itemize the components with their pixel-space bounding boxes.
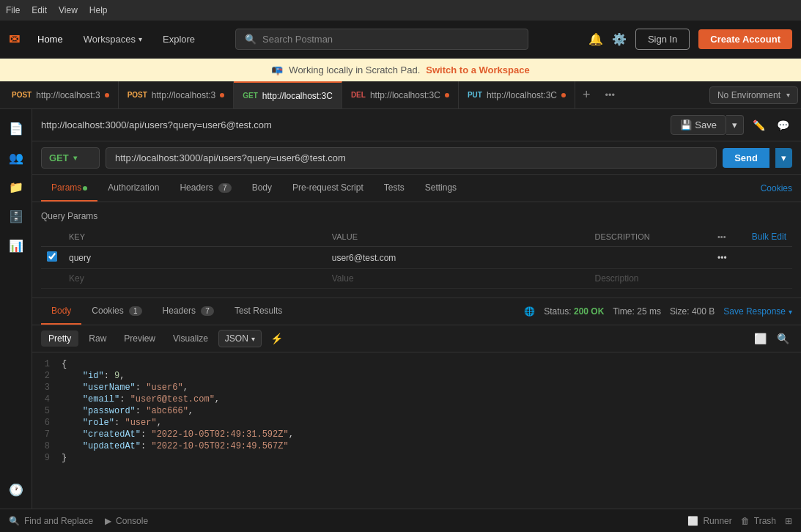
tab-tests[interactable]: Tests (374, 175, 415, 202)
resp-tab-headers[interactable]: Headers 7 (152, 298, 224, 325)
desc-placeholder: Description (595, 273, 639, 284)
format-raw[interactable]: Raw (81, 330, 114, 347)
tab-1[interactable]: POST http://localhost:3 (119, 81, 235, 109)
format-pretty[interactable]: Pretty (41, 330, 78, 347)
tabs-bar: POST http://localhost:3 POST http://loca… (0, 81, 801, 109)
find-replace-icon: 🔍 (9, 516, 20, 526)
resp-tab-cookies[interactable]: Cookies 1 (81, 298, 152, 325)
json-line-7: 7 "createdAt": "2022-10-05T02:49:31.592Z… (32, 429, 801, 440)
sidebar-icon-storage[interactable]: 🗄️ (3, 203, 29, 229)
value-placeholder: Value (332, 273, 354, 284)
find-replace-label: Find and Replace (24, 516, 93, 526)
format-type-selector[interactable]: JSON ▾ (218, 330, 262, 347)
nav-home[interactable]: Home (32, 29, 69, 49)
new-tab-button[interactable]: + (575, 87, 598, 103)
menu-view[interactable]: View (59, 5, 78, 15)
sidebar-icon-chart[interactable]: 📊 (3, 232, 29, 259)
param-row-empty: Key Value Description (41, 269, 792, 289)
param-checkbox-0[interactable] (47, 251, 57, 262)
banner-link[interactable]: Switch to a Workspace (426, 64, 529, 75)
menu-file[interactable]: File (6, 5, 20, 15)
filter-icon[interactable]: ⚡ (267, 330, 286, 347)
tab-authorization[interactable]: Authorization (97, 175, 169, 202)
menu-help[interactable]: Help (89, 5, 108, 15)
create-account-button[interactable]: Create Account (698, 29, 792, 49)
nav-workspaces[interactable]: Workspaces ▾ (78, 29, 148, 49)
send-button[interactable]: Send (723, 148, 769, 168)
tab-3[interactable]: DEL http://localhost:3C (342, 81, 459, 109)
tab-body[interactable]: Body (242, 175, 282, 202)
params-dot (83, 186, 87, 191)
tab-method-del-3: DEL (351, 91, 366, 99)
bulk-edit-button[interactable]: Bulk Edit (752, 232, 786, 242)
save-response-button[interactable]: Save Response ▾ (723, 306, 792, 317)
method-selector[interactable]: GET ▾ (41, 147, 100, 169)
param-key-0[interactable]: query (63, 247, 326, 269)
layout-button[interactable]: ⊞ (785, 516, 792, 526)
key-placeholder: Key (69, 273, 84, 284)
env-label: No Environment (717, 90, 780, 100)
query-params-title: Query Params (41, 211, 792, 221)
tab-headers[interactable]: Headers 7 (169, 175, 241, 202)
cookies-link[interactable]: Cookies (761, 183, 792, 193)
comment-icon[interactable]: 💬 (774, 117, 792, 134)
notification-icon[interactable]: 🔔 (588, 32, 603, 46)
save-button[interactable]: 💾 Save (671, 115, 726, 135)
nav-explore[interactable]: Explore (157, 29, 201, 49)
copy-icon[interactable]: ⬜ (751, 330, 769, 347)
find-replace-button[interactable]: 🔍 Find and Replace (9, 516, 93, 526)
gear-icon[interactable]: ⚙️ (612, 32, 627, 46)
status-label: Status: 200 OK (544, 306, 604, 317)
params-area: Query Params KEY VALUE DESCRIPTION ••• B… (32, 202, 801, 298)
resp-tab-body[interactable]: Body (41, 298, 81, 325)
sidebar-icon-people[interactable]: 👥 (3, 144, 29, 171)
send-dropdown-button[interactable]: ▾ (775, 148, 792, 168)
save-dropdown-button[interactable]: ▾ (726, 115, 744, 135)
environment-selector[interactable]: No Environment ▾ (709, 86, 798, 104)
more-tabs-button[interactable]: ••• (598, 89, 623, 100)
param-more-0[interactable]: ••• (712, 247, 734, 269)
search-icon[interactable]: 🔍 (774, 330, 792, 347)
resp-tab-test-results[interactable]: Test Results (224, 298, 292, 325)
tab-url-1: http://localhost:3 (152, 90, 215, 100)
sidebar-icon-history[interactable]: 🕐 (3, 476, 29, 503)
param-desc-0[interactable] (589, 247, 712, 269)
globe-icon: 🌐 (524, 306, 535, 317)
format-preview[interactable]: Preview (117, 330, 163, 347)
time-label: Time: 25 ms (613, 306, 661, 317)
trash-button[interactable]: 🗑 Trash (741, 516, 776, 526)
search-bar[interactable]: 🔍 Search Postman (235, 29, 528, 50)
tab-method-post-1: POST (128, 91, 147, 99)
request-tabs: Params Authorization Headers 7 Body Pre-… (32, 175, 801, 202)
sidebar-icon-collections[interactable]: 📁 (3, 174, 29, 200)
chevron-down-icon: ▾ (139, 35, 142, 43)
param-value-0[interactable]: user6@test.com (326, 247, 589, 269)
edit-icon[interactable]: ✏️ (750, 117, 768, 134)
response-tabs: Body Cookies 1 Headers 7 Test Results 🌐 … (32, 298, 801, 325)
chevron-down-icon: ▾ (73, 154, 77, 162)
tab-params[interactable]: Params (41, 175, 97, 202)
tab-pre-request[interactable]: Pre-request Script (282, 175, 374, 202)
runner-label: Runner (703, 516, 731, 526)
tab-2[interactable]: GET http://localhost:3C (234, 81, 342, 109)
tab-url-2: http://localhost:3C (262, 91, 333, 101)
json-line-4: 4 "email": "user6@test.com", (32, 394, 801, 405)
format-visualize[interactable]: Visualize (166, 330, 215, 347)
format-icons: ⬜ 🔍 (751, 330, 792, 347)
params-table: KEY VALUE DESCRIPTION ••• Bulk Edit quer… (41, 227, 792, 289)
tab-settings[interactable]: Settings (415, 175, 467, 202)
request-title: http://localhost:3000/api/users?query=us… (41, 119, 665, 130)
console-button[interactable]: ▶ Console (105, 516, 148, 526)
json-line-3: 3 "userName": "user6", (32, 382, 801, 394)
sidebar-icon-files[interactable]: 📄 (3, 115, 29, 141)
menu-edit[interactable]: Edit (32, 5, 47, 15)
tab-0[interactable]: POST http://localhost:3 (3, 81, 119, 109)
url-input[interactable] (106, 147, 717, 169)
logo: ✉ (9, 32, 20, 48)
status-ok: 200 OK (574, 306, 604, 317)
tab-method-put-4: PUT (468, 91, 482, 99)
runner-button[interactable]: ⬜ Runner (687, 516, 731, 526)
tab-4[interactable]: PUT http://localhost:3C (459, 81, 575, 109)
format-tabs: Pretty Raw Preview Visualize JSON ▾ ⚡ ⬜ … (32, 325, 801, 352)
sign-in-button[interactable]: Sign In (635, 29, 690, 50)
